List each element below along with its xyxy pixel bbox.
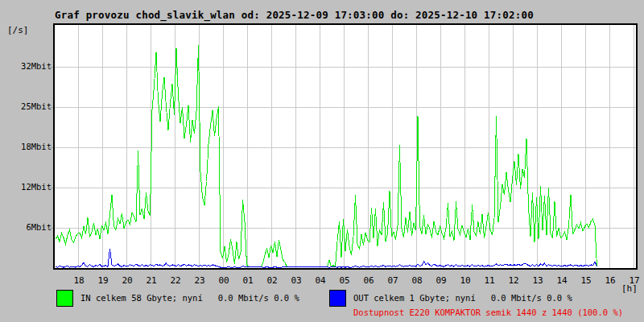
- y-tick-mark: [48, 147, 53, 148]
- legend-in-label: IN celkem 58 Gbyte; nyní 0.0 Mbit/s 0.0 …: [80, 293, 299, 303]
- series-in-line: [56, 45, 597, 267]
- legend-out-swatch: [329, 290, 346, 307]
- x-tick-label: 21: [139, 275, 163, 286]
- x-tick-label: 15: [574, 275, 598, 286]
- x-tick-label: 09: [429, 275, 453, 286]
- x-tick-label: 11: [477, 275, 502, 286]
- chart-plot-area: [53, 23, 638, 270]
- legend-in-swatch: [56, 290, 73, 307]
- x-tick-label: 00: [212, 275, 236, 286]
- x-tick-label: 05: [332, 275, 357, 286]
- y-tick-mark: [48, 228, 53, 229]
- traffic-graph-page: { "title": "Graf provozu chod_slavik_wla…: [0, 0, 644, 322]
- x-tick-label: 20: [115, 275, 139, 286]
- x-tick-label: 18: [67, 275, 91, 286]
- x-axis-unit-label: [h]: [621, 283, 638, 294]
- x-tick-label: 02: [260, 275, 284, 286]
- y-tick-label: 6Mbit: [0, 222, 52, 232]
- y-tick-label: 18Mbit: [0, 142, 52, 151]
- x-tick-label: 04: [308, 275, 332, 286]
- legend-out-label: OUT celkem 1 Gbyte; nyní 0.0 Mbit/s 0.0 …: [353, 293, 572, 303]
- x-tick-label: 14: [550, 275, 574, 286]
- x-tick-label: 19: [91, 275, 115, 286]
- x-tick-label: 10: [453, 275, 477, 286]
- series-out-line: [56, 249, 597, 267]
- traffic-chart: [55, 25, 636, 268]
- x-tick-label: 12: [502, 275, 526, 286]
- y-tick-mark: [48, 188, 53, 188]
- y-tick-label: 12Mbit: [0, 182, 52, 192]
- y-axis-unit-label: [/s]: [7, 25, 29, 35]
- x-tick-label: 22: [163, 275, 188, 286]
- x-tick-label: 13: [526, 275, 550, 286]
- y-tick-mark: [48, 67, 53, 68]
- y-tick-label: 32Mbit: [0, 61, 52, 71]
- x-tick-label: 07: [381, 275, 405, 286]
- y-tick-label: 25Mbit: [0, 101, 52, 111]
- x-tick-label: 23: [188, 275, 212, 286]
- x-tick-label: 01: [236, 275, 260, 286]
- graph-title: Graf provozu chod_slavik_wlan od: 2025-1…: [55, 9, 534, 21]
- x-tick-label: 03: [284, 275, 308, 286]
- availability-status-text: Dostupnost E220 KOMPAKTOR semik 1440 z 1…: [353, 308, 623, 317]
- x-tick-label: 08: [405, 275, 429, 286]
- y-tick-mark: [48, 107, 53, 108]
- x-tick-label: 16: [598, 275, 622, 286]
- x-tick-label: 06: [357, 275, 381, 286]
